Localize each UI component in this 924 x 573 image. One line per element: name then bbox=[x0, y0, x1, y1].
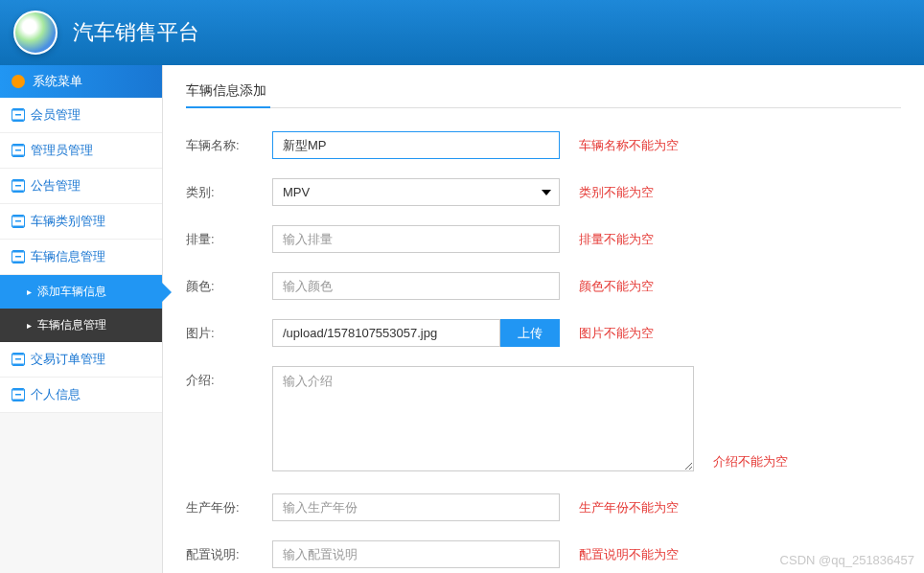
label-config: 配置说明: bbox=[186, 540, 272, 563]
sidebar-item-vehicle-category[interactable]: 车辆类别管理 bbox=[0, 204, 162, 240]
row-displacement: 排量: 排量不能为空 bbox=[186, 225, 901, 253]
label-color: 颜色: bbox=[186, 272, 272, 295]
upload-button[interactable]: 上传 bbox=[500, 319, 560, 347]
input-year[interactable] bbox=[272, 493, 560, 521]
label-image: 图片: bbox=[186, 319, 272, 342]
app-header: 汽车销售平台 bbox=[0, 0, 924, 65]
input-config[interactable] bbox=[272, 540, 560, 568]
sidebar-item-profile[interactable]: 个人信息 bbox=[0, 378, 162, 413]
error-year: 生产年份不能为空 bbox=[579, 493, 679, 516]
sidebar: 系统菜单 会员管理 管理员管理 公告管理 车辆类别管理 车辆信息管理 添加车辆信… bbox=[0, 65, 163, 573]
main-content: 车辆信息添加 车辆名称: 车辆名称不能为空 类别: MPV 类别不能为空 排量:… bbox=[163, 65, 924, 573]
error-color: 颜色不能为空 bbox=[579, 272, 654, 295]
row-color: 颜色: 颜色不能为空 bbox=[186, 272, 901, 300]
textarea-intro[interactable] bbox=[272, 366, 694, 471]
row-year: 生产年份: 生产年份不能为空 bbox=[186, 493, 901, 521]
label-name: 车辆名称: bbox=[186, 131, 272, 154]
row-image: 图片: 上传 图片不能为空 bbox=[186, 319, 901, 347]
sidebar-subitem-manage-vehicle[interactable]: 车辆信息管理 bbox=[0, 309, 162, 342]
sidebar-item-orders[interactable]: 交易订单管理 bbox=[0, 342, 162, 378]
input-displacement[interactable] bbox=[272, 225, 560, 253]
row-intro: 介绍: 介绍不能为空 bbox=[186, 366, 901, 474]
error-displacement: 排量不能为空 bbox=[579, 225, 654, 248]
select-category[interactable]: MPV bbox=[272, 178, 560, 206]
watermark: CSDN @qq_251836457 bbox=[780, 553, 914, 567]
menu-header-label: 系统菜单 bbox=[33, 73, 82, 90]
label-year: 生产年份: bbox=[186, 493, 272, 516]
label-category: 类别: bbox=[186, 178, 272, 201]
error-name: 车辆名称不能为空 bbox=[579, 131, 679, 154]
error-intro: 介绍不能为空 bbox=[713, 447, 788, 474]
error-category: 类别不能为空 bbox=[579, 178, 654, 201]
input-name[interactable] bbox=[272, 131, 560, 159]
sidebar-item-member[interactable]: 会员管理 bbox=[0, 98, 162, 133]
page-title: 车辆信息添加 bbox=[186, 82, 901, 108]
row-category: 类别: MPV 类别不能为空 bbox=[186, 178, 901, 206]
app-title: 汽车销售平台 bbox=[73, 18, 199, 47]
app-logo bbox=[13, 11, 58, 55]
input-image[interactable] bbox=[272, 319, 500, 347]
input-color[interactable] bbox=[272, 272, 560, 300]
sidebar-subitem-add-vehicle[interactable]: 添加车辆信息 bbox=[0, 275, 162, 309]
label-displacement: 排量: bbox=[186, 225, 272, 248]
sidebar-item-announcement[interactable]: 公告管理 bbox=[0, 169, 162, 204]
error-image: 图片不能为空 bbox=[579, 319, 654, 342]
menu-header: 系统菜单 bbox=[0, 65, 162, 98]
sidebar-item-admin[interactable]: 管理员管理 bbox=[0, 133, 162, 169]
sidebar-item-vehicle-info[interactable]: 车辆信息管理 bbox=[0, 240, 162, 275]
row-name: 车辆名称: 车辆名称不能为空 bbox=[186, 131, 901, 159]
error-config: 配置说明不能为空 bbox=[579, 540, 679, 563]
label-intro: 介绍: bbox=[186, 366, 272, 389]
